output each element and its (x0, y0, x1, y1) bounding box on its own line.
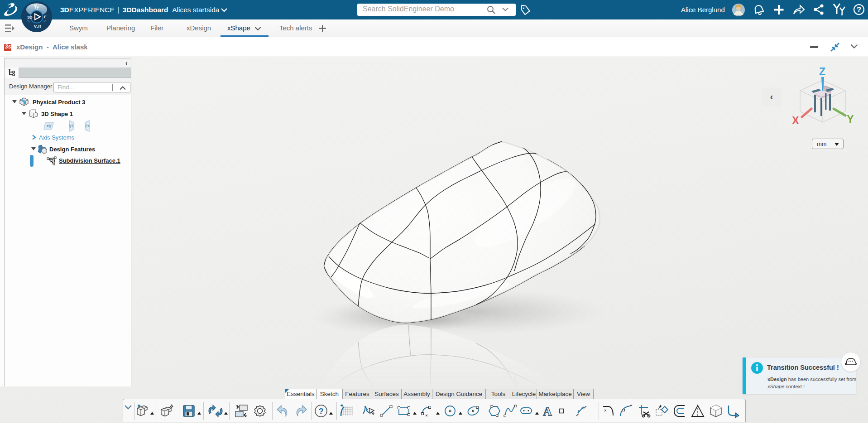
svg-text:?: ? (318, 406, 324, 416)
svg-text:zx: zx (85, 123, 90, 128)
svg-text:Z: Z (819, 66, 825, 77)
svg-text:?: ? (857, 5, 861, 14)
svg-text:X: X (792, 115, 799, 126)
svg-text:3D: 3D (27, 15, 33, 19)
svg-text:xy: xy (46, 123, 52, 128)
svg-text:A: A (543, 405, 552, 418)
svg-text:yz: yz (69, 123, 74, 128)
svg-text:Y: Y (847, 113, 854, 125)
